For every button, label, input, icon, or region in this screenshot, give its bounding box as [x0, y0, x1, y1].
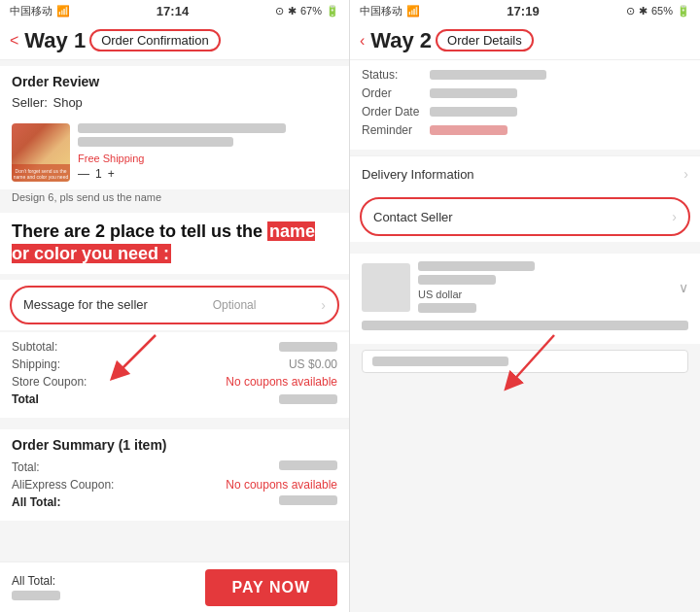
shipping-label: Shipping:	[12, 357, 60, 371]
design-note: Design 6, pls send us the name	[0, 189, 349, 209]
carrier-text: 中国移动	[10, 4, 52, 18]
left-status-carrier: 中国移动 📶	[10, 4, 70, 18]
delivery-row[interactable]: Delivery Information ›	[350, 155, 700, 191]
dollar-text: US dollar	[418, 289, 671, 300]
subtotal-label: Subtotal:	[12, 340, 57, 354]
seller-name: Shop	[52, 95, 82, 110]
reminder-value-blur	[430, 125, 508, 135]
coupon-value: No coupons available	[226, 375, 337, 389]
battery-icon: 🔋	[326, 5, 339, 17]
summary-total-blur	[279, 460, 337, 470]
order-date-label: Order Date	[362, 105, 430, 119]
status-key: Status:	[362, 68, 430, 82]
shipping-value: US $0.00	[289, 357, 337, 371]
right-bottom-blur-1	[362, 321, 688, 330]
right-nav-bar: ‹ Way 2 Order Details	[350, 21, 700, 60]
product-qty-row: — 1 +	[78, 167, 337, 181]
right-divider-2	[350, 242, 700, 248]
product-info: Free Shipping — 1 +	[78, 123, 337, 181]
dropdown-arrow-icon[interactable]: ∨	[679, 280, 688, 295]
right-panel: 中国移动 📶 17:19 ⊙ ✱ 65% 🔋 ‹ Way 2 Order Det…	[350, 0, 700, 612]
left-bottom-bar: All Total: PAY NOW	[0, 561, 349, 612]
message-chevron: ›	[321, 297, 326, 313]
right-bluetooth-icon: ✱	[639, 5, 648, 17]
delivery-chevron: ›	[683, 166, 688, 182]
product-desc-blur-2	[78, 137, 233, 147]
left-panel: 中国移动 📶 17:14 ⊙ ✱ 67% 🔋 < Way 1 Order Con…	[0, 0, 350, 612]
right-way-label: Way 2	[370, 28, 432, 53]
location-icon: ⊙	[275, 5, 284, 17]
divider-1	[0, 418, 349, 424]
order-review-title: Order Review	[0, 66, 349, 93]
wifi-icon: 📶	[56, 5, 70, 17]
all-total-label: All Total:	[12, 495, 60, 509]
reminder-label: Reminder	[362, 123, 430, 137]
left-way-label: Way 1	[24, 28, 86, 53]
delivery-label: Delivery Information	[362, 167, 474, 182]
total-label: Total	[12, 392, 39, 406]
contact-seller-section: Contact Seller ›	[350, 191, 700, 242]
all-total-row: All Total:	[12, 495, 337, 509]
right-input-box[interactable]	[362, 350, 688, 373]
total-row: Total	[12, 392, 337, 406]
right-product-row: US dollar ∨	[362, 261, 688, 313]
left-time: 17:14	[157, 4, 189, 18]
order-review-card: Order Review Seller: Shop	[0, 66, 349, 116]
left-nav-bar: < Way 1 Order Confirmation	[0, 21, 349, 60]
right-nav-title-oval: Order Details	[436, 29, 534, 51]
left-status-right: ⊙ ✱ 67% 🔋	[275, 5, 339, 17]
contact-chevron: ›	[672, 209, 677, 224]
overlay-banner: There are 2 place to tell us the name or…	[0, 213, 349, 274]
contact-seller-row[interactable]: Contact Seller ›	[360, 197, 690, 236]
right-status-carrier: 中国移动 📶	[360, 4, 420, 18]
summary-section: Order Summary (1 item) Total: AliExpress…	[0, 429, 349, 521]
right-product-thumb	[362, 263, 410, 312]
status-value-blur	[430, 70, 546, 80]
free-shipping-label: Free Shipping	[78, 153, 337, 164]
pay-now-button[interactable]: PAY NOW	[205, 569, 338, 606]
subtotal-value-blur	[279, 342, 337, 352]
message-seller-label: Message for the seller	[23, 297, 148, 312]
message-seller-section: Message for the seller Optional ›	[0, 280, 349, 330]
right-status-bar: 中国移动 📶 17:19 ⊙ ✱ 65% 🔋	[350, 0, 700, 21]
right-carrier-text: 中国移动	[360, 4, 402, 18]
screenshot-container: 中国移动 📶 17:14 ⊙ ✱ 67% 🔋 < Way 1 Order Con…	[0, 0, 700, 612]
right-wifi-icon: 📶	[406, 5, 420, 17]
battery-text: 67%	[300, 5, 322, 17]
bottom-total-blur	[12, 591, 60, 600]
right-info-blur-1	[418, 261, 535, 271]
bluetooth-icon: ✱	[288, 5, 297, 17]
right-battery-text: 65%	[651, 5, 673, 17]
contact-seller-label: Contact Seller	[373, 210, 453, 224]
right-info-blur-3	[418, 303, 476, 313]
order-label: Order	[362, 86, 430, 100]
all-total-blur	[279, 495, 337, 505]
cost-section: Subtotal: Shipping: US $0.00 Store Coupo…	[0, 332, 349, 418]
status-status-row: Status:	[362, 68, 688, 82]
seller-label: Seller:	[12, 95, 48, 110]
right-battery-icon: 🔋	[677, 5, 690, 17]
overlay-text: There are 2 place to tell us the name or…	[12, 221, 337, 266]
right-status-right: ⊙ ✱ 65% 🔋	[626, 5, 690, 17]
qty-plus[interactable]: +	[108, 167, 115, 181]
left-nav-title: Order Confirmation	[101, 33, 209, 48]
summary-total-label: Total:	[12, 460, 40, 474]
seller-row: Seller: Shop	[0, 93, 349, 116]
product-desc-blur-1	[78, 123, 286, 133]
thumb-warning-text: Don't forget send us the name and color …	[12, 168, 70, 180]
order-date-row: Order Date	[362, 105, 688, 119]
message-seller-row[interactable]: Message for the seller Optional ›	[10, 286, 339, 324]
coupon-row: Store Coupon: No coupons available	[12, 375, 337, 389]
right-product-section: US dollar ∨	[350, 254, 700, 344]
order-number-row: Order	[362, 86, 688, 100]
right-back-button[interactable]: ‹	[360, 32, 365, 50]
aliexpress-coupon-label: AliExpress Coupon:	[12, 478, 114, 492]
left-status-bar: 中国移动 📶 17:14 ⊙ ✱ 67% 🔋	[0, 0, 349, 21]
product-thumbnail: Don't forget send us the name and color …	[12, 123, 70, 182]
optional-text: Optional	[213, 298, 257, 312]
subtotal-row: Subtotal:	[12, 340, 337, 354]
qty-value: 1	[95, 167, 102, 181]
left-back-button[interactable]: <	[10, 32, 18, 50]
shipping-row: Shipping: US $0.00	[12, 357, 337, 371]
right-product-info: US dollar	[418, 261, 671, 313]
